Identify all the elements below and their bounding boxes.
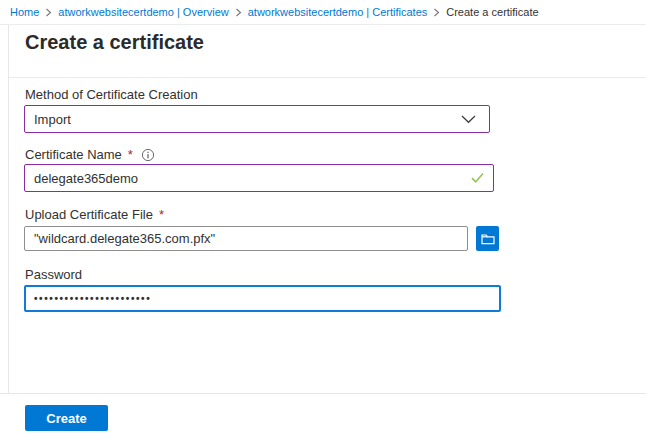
checkmark-icon <box>471 173 484 184</box>
upload-file-label-text: Upload Certificate File <box>25 207 153 222</box>
footer-divider <box>0 393 646 394</box>
chevron-right-icon <box>433 8 440 17</box>
method-dropdown-value: Import <box>34 112 71 127</box>
create-certificate-page: Home atworkwebsitecertdemo | Overview at… <box>0 0 646 436</box>
password-label-text: Password <box>25 267 82 282</box>
required-marker: * <box>159 207 164 222</box>
breadcrumb-current: Create a certificate <box>446 6 538 18</box>
upload-file-input[interactable] <box>25 227 467 250</box>
folder-icon <box>481 233 495 245</box>
page-title: Create a certificate <box>25 31 204 54</box>
chevron-down-icon <box>461 115 476 124</box>
password-field <box>24 285 501 312</box>
method-label: Method of Certificate Creation <box>25 87 198 102</box>
method-dropdown[interactable]: Import <box>24 105 490 133</box>
breadcrumb-overview[interactable]: atworkwebsitecertdemo | Overview <box>58 6 228 18</box>
chevron-right-icon <box>45 8 52 17</box>
breadcrumb: Home atworkwebsitecertdemo | Overview at… <box>0 0 646 25</box>
upload-file-label: Upload Certificate File* <box>25 207 164 222</box>
certificate-name-field <box>24 164 494 192</box>
upload-file-field <box>24 226 468 251</box>
info-icon[interactable] <box>141 148 155 162</box>
certificate-name-input[interactable] <box>25 165 493 191</box>
blade-left-border <box>8 25 9 393</box>
title-divider <box>9 77 646 78</box>
password-label: Password <box>25 267 82 282</box>
breadcrumb-home[interactable]: Home <box>10 6 39 18</box>
breadcrumb-certificates[interactable]: atworkwebsitecertdemo | Certificates <box>248 6 428 18</box>
method-label-text: Method of Certificate Creation <box>25 87 198 102</box>
certificate-name-label: Certificate Name* <box>25 147 155 162</box>
password-input[interactable] <box>26 287 499 310</box>
chevron-right-icon <box>235 8 242 17</box>
browse-file-button[interactable] <box>476 226 499 251</box>
certificate-name-label-text: Certificate Name <box>25 147 122 162</box>
required-marker: * <box>128 147 133 162</box>
create-button[interactable]: Create <box>25 405 108 431</box>
